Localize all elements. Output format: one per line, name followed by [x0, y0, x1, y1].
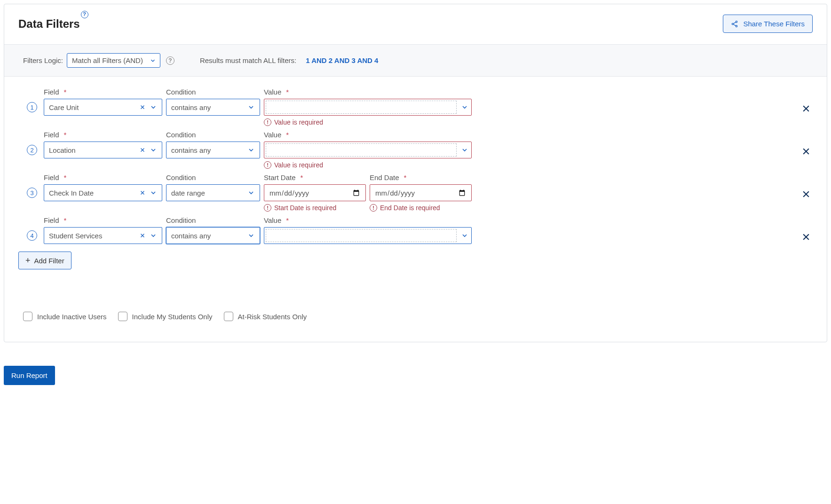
condition-select-value: contains any — [171, 146, 247, 154]
share-icon — [731, 20, 738, 28]
end-date-label: End Date — [370, 173, 399, 181]
required-star-icon: * — [64, 217, 67, 224]
condition-select[interactable]: contains any — [166, 99, 260, 116]
checkbox-box — [224, 312, 233, 321]
chevron-down-icon — [458, 142, 471, 158]
plus-icon: + — [25, 256, 31, 265]
field-select[interactable]: Location — [44, 142, 162, 158]
error-text: Value is required — [274, 118, 323, 126]
condition-select[interactable]: contains any — [166, 142, 260, 158]
page-title-text: Data Filters — [18, 17, 80, 30]
data-filters-panel: Data Filters ? Share These Filters Filte… — [4, 4, 827, 342]
help-icon[interactable]: ? — [166, 56, 174, 65]
field-select[interactable]: Check In Date — [44, 184, 162, 201]
clear-icon[interactable] — [139, 104, 146, 110]
chevron-down-icon — [150, 103, 157, 111]
checkbox-label: Include My Students Only — [132, 313, 213, 321]
row-number-badge: 3 — [27, 188, 37, 198]
svg-line-4 — [734, 24, 736, 25]
include-inactive-users-checkbox[interactable]: Include Inactive Users — [23, 312, 107, 321]
chevron-down-icon — [247, 189, 255, 197]
remove-filter-button[interactable] — [799, 145, 813, 158]
run-report-label: Run Report — [11, 371, 47, 379]
value-multiselect[interactable] — [264, 142, 472, 158]
field-label: Field — [44, 131, 59, 139]
filters-logic-label: Filters Logic: — [23, 56, 63, 64]
condition-select[interactable]: date range — [166, 184, 260, 201]
error-message: ! End Date is required — [370, 204, 472, 212]
filters-body: 1 Field* Care Unit Condition contains an… — [4, 77, 827, 342]
clear-icon[interactable] — [139, 189, 146, 196]
error-icon: ! — [370, 204, 377, 212]
row-number-badge: 1 — [27, 102, 37, 112]
error-message: ! Start Date is required — [264, 204, 366, 212]
value-label: Value — [264, 216, 281, 224]
results-must-match-label: Results must match ALL filters: — [200, 56, 296, 64]
required-star-icon: * — [404, 174, 407, 181]
logic-expression: 1 AND 2 AND 3 AND 4 — [306, 56, 378, 64]
required-star-icon: * — [286, 131, 289, 138]
required-star-icon: * — [64, 88, 67, 95]
value-input-area[interactable] — [266, 101, 457, 114]
checkbox-box — [23, 312, 32, 321]
value-input-area[interactable] — [266, 229, 457, 242]
field-label: Field — [44, 88, 59, 96]
chevron-down-icon — [150, 232, 157, 239]
field-label: Field — [44, 216, 59, 224]
field-select[interactable]: Care Unit — [44, 99, 162, 116]
chevron-down-icon — [150, 57, 156, 64]
add-filter-label: Add Filter — [34, 257, 64, 265]
required-star-icon: * — [64, 174, 67, 181]
filter-row: 1 Field* Care Unit Condition contains an… — [18, 88, 813, 126]
filters-logic-select[interactable]: Match all Filters (AND) — [67, 53, 160, 68]
value-multiselect[interactable] — [264, 99, 472, 116]
page-title: Data Filters ? — [18, 17, 80, 31]
help-icon[interactable]: ? — [81, 11, 88, 18]
clear-icon[interactable] — [139, 232, 146, 239]
checkbox-label: Include Inactive Users — [37, 313, 107, 321]
filter-row: 3 Field* Check In Date Condition date ra… — [18, 173, 813, 212]
field-select[interactable]: Student Services — [44, 227, 162, 244]
condition-label: Condition — [166, 173, 196, 181]
error-text: Start Date is required — [274, 204, 336, 212]
remove-filter-button[interactable] — [799, 230, 813, 244]
chevron-down-icon — [150, 189, 157, 197]
chevron-down-icon — [247, 232, 255, 239]
share-filters-button[interactable]: Share These Filters — [723, 15, 813, 33]
condition-label: Condition — [166, 216, 196, 224]
run-report-button[interactable]: Run Report — [4, 366, 55, 385]
field-select-value: Student Services — [49, 232, 139, 240]
error-icon: ! — [264, 204, 271, 212]
required-star-icon: * — [64, 131, 67, 138]
condition-select-value: date range — [171, 189, 247, 197]
required-star-icon: * — [286, 88, 289, 95]
required-star-icon: * — [286, 217, 289, 224]
end-date-input[interactable] — [370, 184, 472, 201]
value-input-area[interactable] — [266, 143, 457, 157]
svg-point-1 — [732, 23, 734, 24]
start-date-input[interactable] — [264, 184, 366, 201]
value-multiselect[interactable] — [264, 227, 472, 244]
field-select-value: Location — [49, 146, 139, 154]
required-star-icon: * — [301, 174, 303, 181]
clear-icon[interactable] — [139, 147, 146, 153]
remove-filter-button[interactable] — [799, 188, 813, 201]
condition-label: Condition — [166, 88, 196, 96]
filters-logic-bar: Filters Logic: Match all Filters (AND) ?… — [4, 44, 827, 77]
error-message: ! Value is required — [264, 118, 472, 126]
chevron-down-icon — [458, 228, 471, 244]
error-text: Value is required — [274, 161, 323, 169]
field-label: Field — [44, 173, 59, 181]
at-risk-students-only-checkbox[interactable]: At-Risk Students Only — [224, 312, 307, 321]
include-my-students-only-checkbox[interactable]: Include My Students Only — [118, 312, 213, 321]
remove-filter-button[interactable] — [799, 102, 813, 115]
row-number-badge: 2 — [27, 145, 37, 155]
add-filter-button[interactable]: + Add Filter — [18, 252, 71, 269]
start-date-label: Start Date — [264, 173, 296, 181]
filters-logic-selected: Match all Filters (AND) — [72, 56, 143, 64]
condition-select[interactable]: contains any — [166, 227, 260, 244]
filter-row: 2 Field* Location Condition contains any… — [18, 131, 813, 169]
error-icon: ! — [264, 161, 271, 169]
error-text: End Date is required — [380, 204, 440, 212]
chevron-down-icon — [150, 146, 157, 154]
